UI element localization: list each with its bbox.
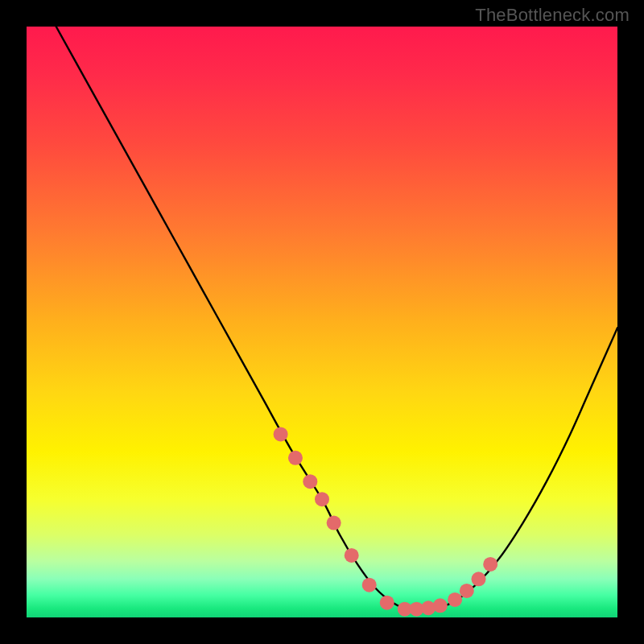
watermark-text: TheBottleneck.com xyxy=(475,5,630,26)
marker-dot xyxy=(483,557,497,572)
marker-dot xyxy=(433,598,448,613)
marker-dot xyxy=(327,516,341,530)
marker-dot xyxy=(362,578,377,592)
plot-area xyxy=(27,27,617,617)
marker-dot xyxy=(448,592,462,607)
marker-dot xyxy=(303,474,317,489)
chart-frame: TheBottleneck.com xyxy=(0,0,644,644)
marker-dot xyxy=(288,451,303,465)
marker-dot xyxy=(315,492,329,506)
marker-dots xyxy=(27,27,617,617)
marker-dot xyxy=(380,596,394,610)
marker-dot xyxy=(472,572,486,586)
marker-dot xyxy=(274,427,288,441)
marker-dot xyxy=(460,584,474,598)
marker-dot xyxy=(345,548,359,563)
